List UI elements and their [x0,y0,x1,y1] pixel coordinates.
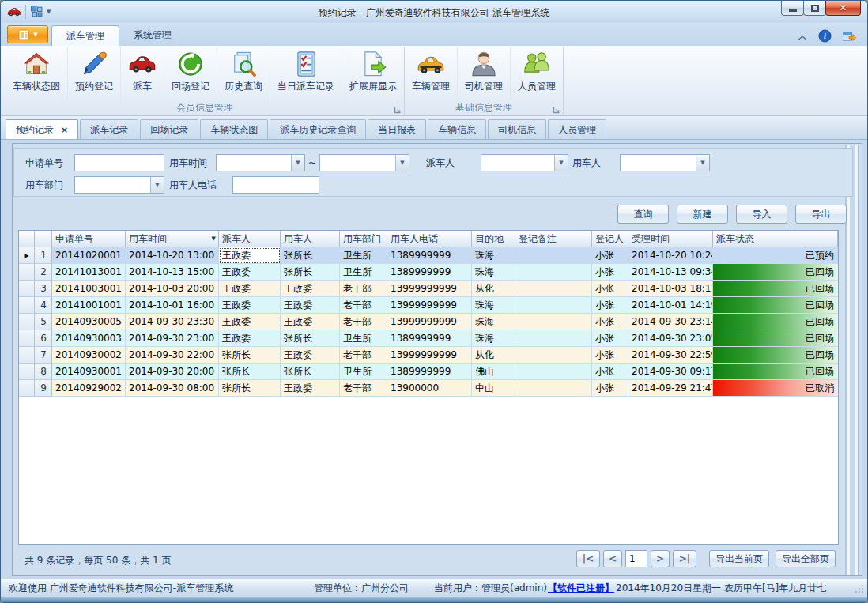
row-number[interactable]: 4 [35,297,52,314]
close-button[interactable]: ✕ [825,1,861,16]
import-button[interactable]: 导入 [736,205,787,224]
row-indicator[interactable] [19,347,35,364]
column-header[interactable]: 用车人电话 [387,231,472,247]
table-cell[interactable]: 1389999999 [387,364,472,380]
column-header[interactable]: 目的地 [472,231,515,247]
ribbon-button-driver-management[interactable]: 司机管理 [457,47,510,102]
row-indicator[interactable] [19,330,35,347]
table-cell[interactable]: 20141001001 [52,297,126,314]
department-combo[interactable]: ▼ [74,176,164,194]
doc-tab-personnel-management[interactable]: 人员管理 [548,119,606,139]
row-number[interactable]: 7 [35,347,52,364]
ribbon-button-personnel-management[interactable]: 人员管理 [510,47,563,102]
dispatch-status-cell[interactable]: 已回场 [713,264,838,281]
doc-tab-daily-report[interactable]: 当日报表 [368,119,426,139]
doc-tab-dispatch-records[interactable]: 派车记录 [80,119,138,139]
column-header[interactable]: 登记人 [592,231,628,247]
indicator-column-header[interactable] [19,231,35,247]
ribbon-button-vehicle-status-chart[interactable]: 车辆状态图 [6,47,67,102]
table-cell[interactable] [515,330,592,347]
row-number[interactable]: 5 [35,314,52,330]
table-cell[interactable]: 张所长 [281,330,340,347]
dispatch-status-cell[interactable]: 已回场 [713,297,838,314]
maximize-button[interactable] [803,1,826,16]
table-cell[interactable]: 20141020001 [52,247,126,264]
table-cell[interactable] [515,347,592,364]
table-cell[interactable]: 13900000 [387,380,472,397]
dispatch-status-cell[interactable]: 已取消 [713,380,838,397]
sort-descending-icon[interactable]: ▼ [212,231,216,247]
dispatch-status-cell[interactable]: 已预约 [713,247,838,264]
column-header[interactable]: 用车时间▼ [126,231,219,247]
table-cell[interactable]: 2014-09-30 23:30 [126,314,219,330]
row-number[interactable]: 9 [35,380,52,397]
column-header[interactable]: 用车部门 [340,231,387,247]
table-cell[interactable]: 张所长 [281,247,340,264]
application-menu-button[interactable]: ▼ [7,25,48,43]
table-cell[interactable]: 小张 [592,281,628,297]
row-indicator[interactable] [19,281,35,297]
dispatch-status-cell[interactable]: 已回场 [713,314,838,330]
row-number[interactable]: 8 [35,364,52,380]
doc-tab-reservation-records[interactable]: 预约记录× [6,119,78,139]
table-cell[interactable]: 1389999999 [387,264,472,281]
dropdown-icon[interactable]: ▼ [150,177,164,193]
table-cell[interactable]: 20141013001 [52,264,126,281]
table-cell[interactable] [515,364,592,380]
row-indicator[interactable] [19,314,35,330]
dialog-launcher-icon[interactable] [394,105,402,113]
row-indicator[interactable]: ▶ [19,247,35,264]
ribbon-tab-dispatch-management[interactable]: 派车管理 [51,25,119,46]
doc-tab-driver-info[interactable]: 司机信息 [488,119,546,139]
export-all-pages-button[interactable]: 导出全部页 [776,550,836,567]
doc-tab-vehicle-info[interactable]: 车辆信息 [428,119,486,139]
table-cell[interactable]: 小张 [592,264,628,281]
table-cell[interactable]: 2014-09-30 23:14 [628,314,713,330]
table-cell[interactable]: 王政委 [219,297,281,314]
row-number[interactable]: 3 [35,281,52,297]
ribbon-button-return-register[interactable]: 回场登记 [164,47,217,102]
table-cell[interactable]: 小张 [592,247,628,264]
table-cell[interactable]: 13999999999 [387,314,472,330]
close-tab-icon[interactable]: × [61,126,68,134]
license-link[interactable]: 【软件已注册】 [548,579,614,597]
last-page-button[interactable]: >| [673,550,696,567]
table-cell[interactable]: 2014-10-20 10:24 [628,247,713,264]
row-indicator[interactable] [19,297,35,314]
table-cell[interactable]: 老干部 [340,297,387,314]
resize-grip-icon[interactable] [855,584,864,594]
row-number-column-header[interactable] [35,231,52,247]
table-cell[interactable]: 2014-10-13 09:34 [628,264,713,281]
row-number[interactable]: 1 [35,247,52,264]
table-cell[interactable]: 卫生所 [340,330,387,347]
table-cell[interactable]: 王政委 [281,347,340,364]
table-cell[interactable]: 珠海 [472,297,515,314]
table-cell[interactable]: 珠海 [472,264,515,281]
table-cell[interactable]: 2014-10-20 13:00 [126,247,219,264]
row-number[interactable]: 2 [35,264,52,281]
table-cell[interactable]: 2014-09-30 23:00 [126,330,219,347]
create-button[interactable]: 新建 [677,205,728,224]
table-cell[interactable]: 20141003001 [52,281,126,297]
ribbon-button-history-query[interactable]: 历史查询 [217,47,270,102]
column-header[interactable]: 派车状态 [713,231,838,247]
dropdown-icon[interactable]: ▼ [291,155,304,171]
table-cell[interactable]: 小张 [592,297,628,314]
column-header[interactable]: 派车人 [219,231,281,247]
ribbon-button-extended-screen[interactable]: 扩展屏显示 [342,47,404,102]
table-cell[interactable]: 卫生所 [340,247,387,264]
table-cell[interactable]: 张所长 [281,364,340,380]
minimize-button[interactable] [781,1,804,16]
table-cell[interactable] [515,297,592,314]
row-indicator[interactable] [19,380,35,397]
table-cell[interactable]: 卫生所 [340,364,387,380]
table-cell[interactable] [515,314,592,330]
table-cell[interactable]: 2014-09-30 22:59 [628,347,713,364]
table-cell[interactable]: 13999999999 [387,297,472,314]
table-cell[interactable]: 张所长 [219,364,281,380]
window-switch-icon[interactable] [842,29,856,43]
dispatch-status-cell[interactable]: 已回场 [713,330,838,347]
table-cell[interactable]: 20140930005 [52,314,126,330]
ribbon-button-today-dispatch-records[interactable]: 当日派车记录 [270,47,342,102]
ribbon-button-reservation-register[interactable]: 预约登记 [67,47,120,102]
